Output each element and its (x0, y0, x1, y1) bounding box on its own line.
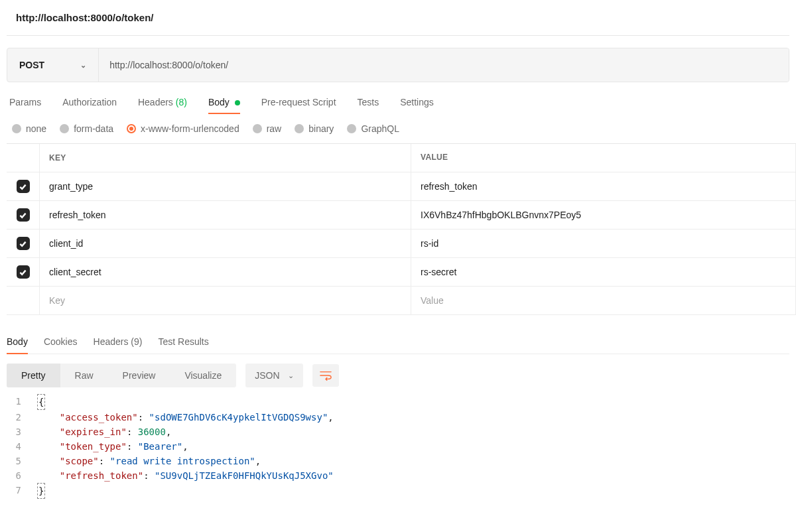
kv-key-placeholder[interactable]: Key (40, 287, 411, 314)
view-pretty[interactable]: Pretty (7, 364, 60, 387)
radio-form-data[interactable]: form-data (60, 123, 113, 134)
kv-value-placeholder[interactable]: Value (411, 287, 796, 314)
wrap-lines-icon (320, 370, 332, 381)
radio-none[interactable]: none (12, 123, 46, 134)
view-modes: Pretty Raw Preview Visualize (7, 364, 236, 387)
radio-label: x-www-form-urlencoded (141, 123, 239, 134)
radio-icon (60, 124, 69, 133)
radio-icon (295, 124, 304, 133)
kv-header-key: KEY (40, 144, 411, 172)
request-row: POST ⌄ http://localhost:8000/o/token/ (7, 48, 789, 82)
radio-x-www-form-urlencoded[interactable]: x-www-form-urlencoded (127, 123, 239, 134)
tab-response-body[interactable]: Body (7, 336, 28, 354)
breadcrumb: http://localhost:8000/o/token/ (0, 0, 796, 35)
chevron-down-icon: ⌄ (80, 61, 86, 70)
tab-authorization[interactable]: Authorization (62, 97, 117, 114)
kv-value[interactable]: IX6VhBz47hfHbgbOKLBGnvnx7PEoy5 (411, 201, 796, 229)
kv-check-cell[interactable] (7, 287, 40, 314)
view-preview[interactable]: Preview (108, 364, 170, 387)
tab-headers[interactable]: Headers (8) (138, 97, 187, 114)
radio-label: none (26, 123, 46, 134)
kv-header-value: VALUE (411, 144, 796, 172)
divider (7, 35, 789, 36)
kv-key[interactable]: client_secret (40, 258, 411, 286)
tab-body[interactable]: Body (208, 97, 240, 114)
wrap-lines-button[interactable] (312, 364, 339, 387)
tab-headers-count: (8) (176, 97, 187, 107)
kv-row: grant_type refresh_token (7, 172, 796, 201)
kv-key[interactable]: client_id (40, 230, 411, 257)
radio-binary[interactable]: binary (295, 123, 334, 134)
method-select[interactable]: POST ⌄ (7, 48, 99, 82)
kv-value[interactable]: refresh_token (411, 172, 796, 200)
tab-headers-label: Headers (138, 97, 173, 107)
radio-graphql[interactable]: GraphQL (347, 123, 399, 134)
tab-response-headers[interactable]: Headers (9) (94, 336, 143, 354)
kv-key[interactable]: refresh_token (40, 201, 411, 229)
url-input[interactable]: http://localhost:8000/o/token/ (99, 48, 789, 82)
checked-icon (17, 180, 30, 193)
method-label: POST (19, 60, 44, 70)
response-tabs: Body Cookies Headers (9) Test Results (0, 315, 796, 354)
kv-check-cell[interactable] (7, 230, 40, 257)
kv-row: client_id rs-id (7, 230, 796, 258)
kv-value[interactable]: rs-secret (411, 258, 796, 286)
radio-icon (347, 124, 356, 133)
kv-row: client_secret rs-secret (7, 258, 796, 287)
tab-response-test-results[interactable]: Test Results (158, 336, 208, 354)
radio-label: raw (267, 123, 282, 134)
kv-key[interactable]: grant_type (40, 172, 411, 200)
kv-check-cell[interactable] (7, 201, 40, 229)
radio-label: binary (308, 123, 334, 134)
kv-value[interactable]: rs-id (411, 230, 796, 257)
checked-icon (17, 265, 30, 279)
kv-empty-row: Key Value (7, 287, 796, 315)
radio-label: form-data (74, 123, 113, 134)
kv-check-cell[interactable] (7, 172, 40, 200)
response-toolbar: Pretty Raw Preview Visualize JSON ⌄ (0, 354, 796, 387)
radio-icon (253, 124, 262, 133)
kv-table: KEY VALUE grant_type refresh_token refre… (7, 143, 796, 315)
tab-prerequest[interactable]: Pre-request Script (261, 97, 336, 114)
format-select[interactable]: JSON ⌄ (245, 364, 302, 387)
radio-icon (127, 124, 136, 133)
body-type-radios: none form-data x-www-form-urlencoded raw… (0, 114, 796, 143)
kv-row: refresh_token IX6VhBz47hfHbgbOKLBGnvnx7P… (7, 201, 796, 230)
kv-check-cell[interactable] (7, 258, 40, 286)
view-raw[interactable]: Raw (60, 364, 108, 387)
tab-params[interactable]: Params (9, 97, 41, 114)
checked-icon (17, 208, 30, 222)
tab-body-indicator-icon (235, 100, 240, 105)
json-code[interactable]: 1{2 "access_token": "sdOWE7GhDV6cK4ypkel… (7, 394, 789, 499)
radio-label: GraphQL (361, 123, 399, 134)
kv-header-check (7, 144, 40, 172)
tab-response-headers-count: (9) (131, 336, 142, 347)
chevron-down-icon: ⌄ (288, 371, 294, 380)
tab-tests[interactable]: Tests (358, 97, 379, 114)
kv-header-row: KEY VALUE (7, 144, 796, 172)
radio-icon (12, 124, 21, 133)
request-tabs: Params Authorization Headers (8) Body Pr… (0, 82, 796, 114)
tab-settings[interactable]: Settings (400, 97, 434, 114)
tab-response-headers-label: Headers (94, 336, 129, 347)
checked-icon (17, 237, 30, 250)
format-label: JSON (255, 370, 279, 381)
tab-body-label: Body (208, 97, 230, 107)
tab-response-cookies[interactable]: Cookies (44, 336, 78, 354)
view-visualize[interactable]: Visualize (170, 364, 236, 387)
response-body: 1{2 "access_token": "sdOWE7GhDV6cK4ypkel… (0, 387, 796, 515)
radio-raw[interactable]: raw (253, 123, 282, 134)
